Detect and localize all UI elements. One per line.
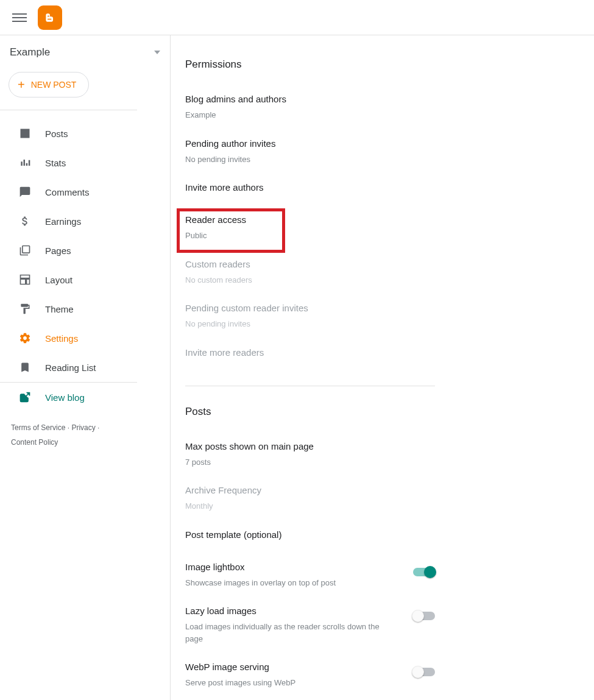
nav-earnings[interactable]: Earnings [0, 207, 137, 236]
content-policy-link[interactable]: Content Policy [11, 438, 58, 447]
nav-label: Settings [45, 333, 78, 344]
blog-admins-row[interactable]: Blog admins and authors Example [185, 88, 435, 132]
blog-selector[interactable]: Example [0, 46, 170, 69]
posts-section: Posts Max posts shown on main page 7 pos… [185, 406, 435, 701]
stats-icon [18, 156, 32, 169]
theme-icon [18, 302, 32, 316]
row-label: Pending author invites [185, 138, 435, 149]
new-post-label: NEW POST [31, 80, 77, 90]
row-value: Monthly [185, 500, 398, 512]
row-label: Invite more authors [185, 182, 435, 193]
nav-pages[interactable]: Pages [0, 236, 137, 265]
posts-icon [18, 127, 32, 140]
pending-reader-invites-row: Pending custom reader invites No pending… [185, 297, 435, 341]
nav-label: Stats [45, 158, 66, 168]
main-content: Permissions Blog admins and authors Exam… [171, 35, 594, 700]
blog-selector-name: Example [10, 46, 50, 58]
nav-label: Posts [45, 129, 68, 139]
custom-readers-row: Custom readers No custom readers [185, 253, 435, 297]
row-value: No custom readers [185, 274, 398, 286]
webp-toggle[interactable] [413, 668, 435, 676]
invite-more-readers-row: Invite more readers [185, 341, 435, 373]
webp-row: WebP image serving Serve post images usi… [185, 656, 435, 700]
row-label: Custom readers [185, 259, 435, 269]
nav-label: Reading List [45, 362, 96, 373]
nav-label: Earnings [45, 216, 81, 227]
archive-frequency-row: Archive Frequency Monthly [185, 479, 435, 523]
comments-icon [18, 185, 32, 199]
row-value: No pending invites [185, 154, 398, 166]
bookmark-icon [18, 361, 32, 374]
row-value: Public [185, 230, 285, 242]
privacy-link[interactable]: Privacy [71, 423, 95, 432]
row-label: Pending custom reader invites [185, 303, 435, 313]
layout-icon [18, 273, 32, 286]
image-lightbox-row: Image lightbox Showcase images in overla… [185, 556, 435, 600]
permissions-title: Permissions [185, 58, 435, 71]
hamburger-menu-icon[interactable] [12, 10, 27, 25]
image-lightbox-toggle[interactable] [413, 568, 435, 576]
row-desc: Showcase images in overlay on top of pos… [185, 577, 398, 589]
divider [0, 110, 137, 110]
reader-access-row[interactable]: Reader access Public [177, 208, 285, 253]
nav-label: Pages [45, 246, 71, 256]
row-value: Example [185, 109, 398, 121]
lazy-load-row: Lazy load images Load images individuall… [185, 599, 435, 656]
row-desc: Load images individually as the reader s… [185, 621, 398, 645]
row-label: Post template (optional) [185, 529, 435, 540]
permissions-section: Permissions Blog admins and authors Exam… [185, 58, 435, 386]
row-label: Max posts shown on main page [185, 441, 435, 451]
nav-label: View blog [45, 392, 85, 403]
nav-settings[interactable]: Settings [0, 323, 137, 353]
posts-title: Posts [185, 406, 435, 418]
lazy-load-toggle[interactable] [413, 612, 435, 620]
nav-label: Theme [45, 304, 74, 314]
nav-comments[interactable]: Comments [0, 177, 137, 207]
open-external-icon [18, 391, 32, 404]
row-label: Reader access [185, 214, 285, 225]
row-label: Lazy load images [185, 606, 401, 616]
nav-theme[interactable]: Theme [0, 294, 137, 323]
row-label: WebP image serving [185, 662, 401, 672]
tos-link[interactable]: Terms of Service [11, 423, 65, 432]
pages-icon [18, 244, 32, 257]
nav-posts[interactable]: Posts [0, 119, 137, 148]
row-label: Invite more readers [185, 347, 435, 358]
chevron-down-icon [154, 51, 160, 54]
row-desc: Serve post images using WebP [185, 677, 398, 689]
invite-more-authors-row[interactable]: Invite more authors [185, 176, 435, 208]
earnings-icon [18, 214, 32, 228]
blogger-logo-icon[interactable] [38, 5, 62, 30]
nav-label: Comments [45, 187, 90, 197]
new-post-button[interactable]: + NEW POST [9, 72, 89, 97]
row-label: Blog admins and authors [185, 94, 435, 104]
nav-layout[interactable]: Layout [0, 265, 137, 294]
max-posts-row[interactable]: Max posts shown on main page 7 posts [185, 435, 435, 479]
pending-author-invites-row[interactable]: Pending author invites No pending invite… [185, 132, 435, 177]
nav-stats[interactable]: Stats [0, 148, 137, 177]
nav-reading-list[interactable]: Reading List [0, 353, 137, 382]
plus-icon: + [18, 79, 25, 91]
sidebar: Example + NEW POST Posts Stats Comments [0, 35, 171, 700]
footer-links: Terms of Service · Privacy · Content Pol… [0, 412, 170, 450]
header-bar [0, 0, 594, 35]
row-value: 7 posts [185, 456, 398, 468]
row-value: No pending invites [185, 318, 398, 330]
post-template-row[interactable]: Post template (optional) [185, 523, 435, 556]
row-label: Image lightbox [185, 562, 401, 572]
row-label: Archive Frequency [185, 485, 435, 495]
nav-label: Layout [45, 275, 72, 285]
divider [185, 386, 435, 386]
settings-icon [18, 331, 32, 345]
nav-view-blog[interactable]: View blog [0, 383, 137, 412]
